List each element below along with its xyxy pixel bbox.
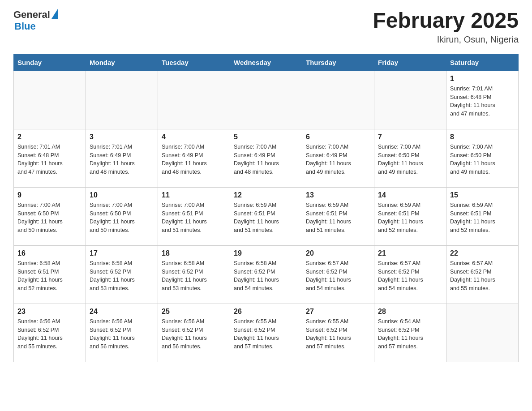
title-section: February 2025 Ikirun, Osun, Nigeria <box>373 9 519 45</box>
calendar-day-cell: 16Sunrise: 6:58 AM Sunset: 6:51 PM Dayli… <box>14 245 86 304</box>
day-number: 10 <box>90 191 154 199</box>
day-number: 4 <box>162 133 226 141</box>
day-number: 12 <box>234 191 298 199</box>
day-number: 20 <box>306 249 370 257</box>
calendar-day-cell: 15Sunrise: 6:59 AM Sunset: 6:51 PM Dayli… <box>446 187 519 245</box>
day-info: Sunrise: 6:59 AM Sunset: 6:51 PM Dayligh… <box>306 201 370 235</box>
calendar-day-cell: 23Sunrise: 6:56 AM Sunset: 6:52 PM Dayli… <box>14 304 86 362</box>
logo: General Blue <box>13 9 58 32</box>
calendar-day-cell: 10Sunrise: 7:00 AM Sunset: 6:50 PM Dayli… <box>86 187 158 245</box>
day-info: Sunrise: 6:59 AM Sunset: 6:51 PM Dayligh… <box>234 201 298 235</box>
calendar-week-row: 2Sunrise: 7:01 AM Sunset: 6:48 PM Daylig… <box>14 129 519 187</box>
day-info: Sunrise: 6:56 AM Sunset: 6:52 PM Dayligh… <box>17 317 82 351</box>
day-info: Sunrise: 6:59 AM Sunset: 6:51 PM Dayligh… <box>450 201 515 235</box>
calendar-header: SundayMondayTuesdayWednesdayThursdayFrid… <box>14 54 519 71</box>
calendar-week-row: 23Sunrise: 6:56 AM Sunset: 6:52 PM Dayli… <box>14 304 519 362</box>
calendar-day-cell: 4Sunrise: 7:00 AM Sunset: 6:49 PM Daylig… <box>158 129 230 187</box>
day-number: 2 <box>17 133 82 141</box>
calendar-subtitle: Ikirun, Osun, Nigeria <box>373 34 519 45</box>
calendar-day-cell: 21Sunrise: 6:57 AM Sunset: 6:52 PM Dayli… <box>374 245 446 304</box>
calendar-day-cell: 11Sunrise: 7:00 AM Sunset: 6:51 PM Dayli… <box>158 187 230 245</box>
calendar-day-cell: 14Sunrise: 6:59 AM Sunset: 6:51 PM Dayli… <box>374 187 446 245</box>
day-info: Sunrise: 7:01 AM Sunset: 6:49 PM Dayligh… <box>90 143 154 176</box>
day-info: Sunrise: 7:00 AM Sunset: 6:50 PM Dayligh… <box>450 143 515 176</box>
calendar-day-cell: 8Sunrise: 7:00 AM Sunset: 6:50 PM Daylig… <box>446 129 519 187</box>
day-info: Sunrise: 7:00 AM Sunset: 6:50 PM Dayligh… <box>378 143 442 176</box>
day-info: Sunrise: 6:55 AM Sunset: 6:52 PM Dayligh… <box>234 317 298 351</box>
day-number: 25 <box>162 308 226 316</box>
day-number: 16 <box>17 249 82 257</box>
day-number: 28 <box>378 308 442 316</box>
day-number: 14 <box>378 191 442 199</box>
calendar-day-cell <box>158 71 230 129</box>
day-info: Sunrise: 6:58 AM Sunset: 6:52 PM Dayligh… <box>234 259 298 293</box>
calendar-day-cell <box>302 71 374 129</box>
day-info: Sunrise: 6:58 AM Sunset: 6:52 PM Dayligh… <box>90 259 154 293</box>
calendar-day-cell: 22Sunrise: 6:57 AM Sunset: 6:52 PM Dayli… <box>446 245 519 304</box>
day-info: Sunrise: 6:57 AM Sunset: 6:52 PM Dayligh… <box>450 259 515 293</box>
day-number: 6 <box>306 133 370 141</box>
weekday-header-row: SundayMondayTuesdayWednesdayThursdayFrid… <box>14 54 519 71</box>
day-number: 11 <box>162 191 226 199</box>
calendar-day-cell: 26Sunrise: 6:55 AM Sunset: 6:52 PM Dayli… <box>230 304 302 362</box>
day-number: 1 <box>450 75 515 83</box>
calendar-body: 1Sunrise: 7:01 AM Sunset: 6:48 PM Daylig… <box>14 71 519 362</box>
day-info: Sunrise: 6:58 AM Sunset: 6:52 PM Dayligh… <box>162 259 226 293</box>
day-info: Sunrise: 6:57 AM Sunset: 6:52 PM Dayligh… <box>306 259 370 293</box>
calendar-title: February 2025 <box>373 9 519 33</box>
weekday-header-sunday: Sunday <box>14 54 86 71</box>
day-info: Sunrise: 6:56 AM Sunset: 6:52 PM Dayligh… <box>162 317 226 351</box>
day-number: 8 <box>450 133 515 141</box>
day-number: 5 <box>234 133 298 141</box>
day-info: Sunrise: 6:56 AM Sunset: 6:52 PM Dayligh… <box>90 317 154 351</box>
day-number: 27 <box>306 308 370 316</box>
day-info: Sunrise: 6:55 AM Sunset: 6:52 PM Dayligh… <box>306 317 370 351</box>
calendar-day-cell: 20Sunrise: 6:57 AM Sunset: 6:52 PM Dayli… <box>302 245 374 304</box>
calendar-day-cell <box>446 304 519 362</box>
calendar-day-cell: 2Sunrise: 7:01 AM Sunset: 6:48 PM Daylig… <box>14 129 86 187</box>
day-info: Sunrise: 7:00 AM Sunset: 6:51 PM Dayligh… <box>162 201 226 235</box>
logo-general-text: General <box>13 9 50 21</box>
calendar-day-cell: 3Sunrise: 7:01 AM Sunset: 6:49 PM Daylig… <box>86 129 158 187</box>
logo-blue-text: Blue <box>14 21 36 32</box>
calendar-day-cell: 5Sunrise: 7:00 AM Sunset: 6:49 PM Daylig… <box>230 129 302 187</box>
calendar-day-cell <box>86 71 158 129</box>
day-info: Sunrise: 6:59 AM Sunset: 6:51 PM Dayligh… <box>378 201 442 235</box>
calendar-day-cell: 12Sunrise: 6:59 AM Sunset: 6:51 PM Dayli… <box>230 187 302 245</box>
weekday-header-tuesday: Tuesday <box>158 54 230 71</box>
calendar-day-cell <box>230 71 302 129</box>
day-number: 13 <box>306 191 370 199</box>
day-number: 19 <box>234 249 298 257</box>
weekday-header-thursday: Thursday <box>302 54 374 71</box>
day-info: Sunrise: 7:01 AM Sunset: 6:48 PM Dayligh… <box>450 85 515 118</box>
calendar-day-cell: 13Sunrise: 6:59 AM Sunset: 6:51 PM Dayli… <box>302 187 374 245</box>
day-info: Sunrise: 7:01 AM Sunset: 6:48 PM Dayligh… <box>17 143 82 176</box>
day-info: Sunrise: 6:54 AM Sunset: 6:52 PM Dayligh… <box>378 317 442 351</box>
calendar-day-cell: 19Sunrise: 6:58 AM Sunset: 6:52 PM Dayli… <box>230 245 302 304</box>
day-info: Sunrise: 7:00 AM Sunset: 6:49 PM Dayligh… <box>234 143 298 176</box>
calendar-day-cell: 9Sunrise: 7:00 AM Sunset: 6:50 PM Daylig… <box>14 187 86 245</box>
calendar-day-cell: 17Sunrise: 6:58 AM Sunset: 6:52 PM Dayli… <box>86 245 158 304</box>
calendar-day-cell: 1Sunrise: 7:01 AM Sunset: 6:48 PM Daylig… <box>446 71 519 129</box>
day-number: 9 <box>17 191 82 199</box>
weekday-header-friday: Friday <box>374 54 446 71</box>
day-number: 22 <box>450 249 515 257</box>
weekday-header-monday: Monday <box>86 54 158 71</box>
day-number: 21 <box>378 249 442 257</box>
day-number: 26 <box>234 308 298 316</box>
day-info: Sunrise: 6:58 AM Sunset: 6:51 PM Dayligh… <box>17 259 82 293</box>
day-number: 24 <box>90 308 154 316</box>
calendar-day-cell: 18Sunrise: 6:58 AM Sunset: 6:52 PM Dayli… <box>158 245 230 304</box>
day-info: Sunrise: 6:57 AM Sunset: 6:52 PM Dayligh… <box>378 259 442 293</box>
day-number: 23 <box>17 308 82 316</box>
calendar-day-cell <box>374 71 446 129</box>
day-number: 17 <box>90 249 154 257</box>
weekday-header-wednesday: Wednesday <box>230 54 302 71</box>
day-info: Sunrise: 7:00 AM Sunset: 6:49 PM Dayligh… <box>306 143 370 176</box>
calendar-table: SundayMondayTuesdayWednesdayThursdayFrid… <box>13 54 519 362</box>
calendar-week-row: 1Sunrise: 7:01 AM Sunset: 6:48 PM Daylig… <box>14 71 519 129</box>
calendar-day-cell <box>14 71 86 129</box>
calendar-day-cell: 27Sunrise: 6:55 AM Sunset: 6:52 PM Dayli… <box>302 304 374 362</box>
day-number: 3 <box>90 133 154 141</box>
day-info: Sunrise: 7:00 AM Sunset: 6:50 PM Dayligh… <box>17 201 82 235</box>
